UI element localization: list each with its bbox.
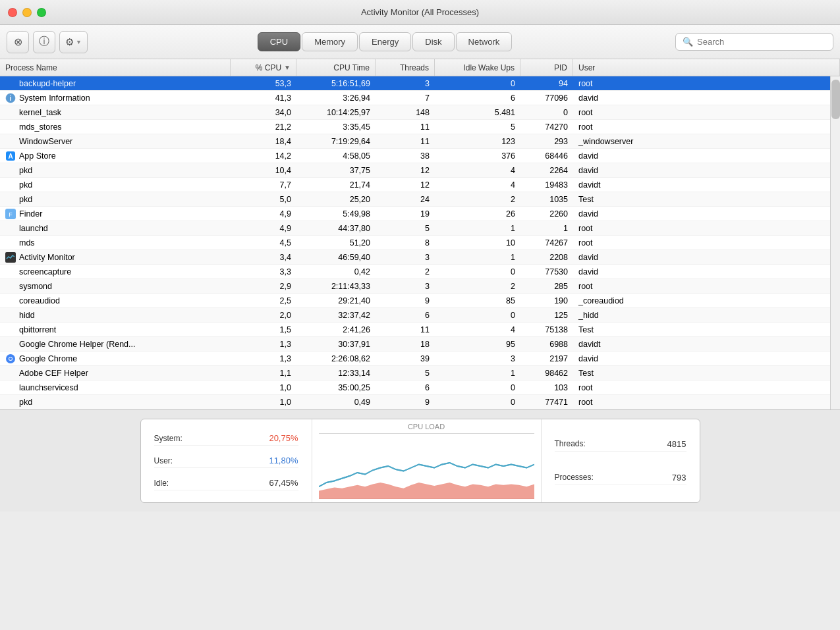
stat-row-threads: Threads: 4815 (555, 437, 686, 452)
col-header-threads[interactable]: Threads (376, 59, 435, 76)
table-row[interactable]: pkd 5,0 25,20 24 2 1035 Test (0, 192, 830, 207)
table-row[interactable]: kernel_task 34,0 10:14:25,97 148 5.481 0… (0, 105, 830, 120)
cell-cputime: 4:58,05 (296, 149, 376, 163)
cell-cpu: 4,9 (231, 207, 296, 221)
cell-threads: 24 (376, 192, 435, 206)
scrollbar-thumb[interactable] (831, 80, 840, 119)
cell-pid: 75138 (520, 323, 573, 336)
cell-process-name: pkd (0, 395, 231, 409)
toolbar-left: ⊗ ⓘ ⚙ ▼ (7, 31, 88, 53)
cell-cputime: 2:11:43,33 (296, 279, 376, 293)
cell-process-name: coreaudiod (0, 294, 231, 307)
cell-user: david (573, 149, 830, 163)
table-row[interactable]: Google Chrome 1,3 2:26:08,62 39 3 2197 d… (0, 352, 830, 366)
table-row[interactable]: A App Store 14,2 4:58,05 38 376 68446 da… (0, 149, 830, 163)
cpu-load-chart (319, 433, 534, 499)
table-row[interactable]: i System Information 41,3 3:26,94 7 6 77… (0, 91, 830, 105)
table-row[interactable]: pkd 10,4 37,75 12 4 2264 david (0, 163, 830, 178)
cell-pid: 74267 (520, 236, 573, 249)
table-row[interactable]: launchservicesd 1,0 35:00,25 6 0 103 roo… (0, 381, 830, 395)
tab-network[interactable]: Network (456, 32, 513, 51)
cell-process-name: hidd (0, 308, 231, 322)
cell-process-name: mds_stores (0, 120, 231, 134)
minimize-button[interactable] (22, 8, 32, 17)
gear-button[interactable]: ⚙ ▼ (59, 31, 88, 53)
info-button[interactable]: ⓘ (33, 31, 55, 53)
table-row[interactable]: mds_stores 21,2 3:35,45 11 5 74270 root (0, 120, 830, 134)
cell-pid: 6988 (520, 337, 573, 351)
table-row[interactable]: mds 4,5 51,20 8 10 74267 root (0, 236, 830, 250)
cell-threads: 11 (376, 120, 435, 134)
cell-threads: 3 (376, 76, 435, 90)
cell-user: root (573, 236, 830, 249)
tab-memory[interactable]: Memory (302, 32, 358, 51)
table-row[interactable]: hidd 2,0 32:37,42 6 0 125 _hidd (0, 308, 830, 323)
cell-user: root (573, 76, 830, 90)
cell-threads: 8 (376, 236, 435, 249)
table-row[interactable]: pkd 7,7 21,74 12 4 19483 davidt (0, 178, 830, 192)
cell-cpu: 21,2 (231, 120, 296, 134)
process-name: pkd (19, 398, 32, 407)
tab-group: CPU Memory Energy Disk Network (98, 32, 671, 51)
table-row[interactable]: pkd 1,0 0,49 9 0 77471 root (0, 395, 830, 409)
col-header-cputime[interactable]: CPU Time (296, 59, 376, 76)
tab-cpu[interactable]: CPU (258, 32, 300, 51)
cell-user: davidt (573, 337, 830, 351)
table-row[interactable]: backupd-helper 53,3 5:16:51,69 3 0 94 ro… (0, 76, 830, 91)
cell-cpu: 1,0 (231, 395, 296, 409)
cell-user: _coreaudiod (573, 294, 830, 307)
cell-process-name: F Finder (0, 207, 231, 221)
process-list[interactable]: backupd-helper 53,3 5:16:51,69 3 0 94 ro… (0, 76, 830, 409)
cell-cpu: 53,3 (231, 76, 296, 90)
col-header-user[interactable]: User (573, 59, 840, 76)
process-icon (5, 194, 16, 205)
cell-cpu: 1,5 (231, 323, 296, 336)
cell-user: davidt (573, 178, 830, 192)
table-row[interactable]: qbittorrent 1,5 2:41,26 11 4 75138 Test (0, 323, 830, 337)
maximize-button[interactable] (37, 8, 46, 17)
process-name: Finder (19, 209, 42, 219)
table-row[interactable]: WindowServer 18,4 7:19:29,64 11 123 293 … (0, 134, 830, 149)
sort-arrow-icon: ▼ (284, 64, 291, 71)
close-button[interactable] (8, 8, 17, 17)
col-header-cpu[interactable]: % CPU ▼ (231, 59, 296, 76)
col-header-process[interactable]: Process Name (0, 59, 231, 76)
tab-energy[interactable]: Energy (359, 32, 411, 51)
table-row[interactable]: Google Chrome Helper (Rend... 1,3 30:37,… (0, 337, 830, 352)
table-row[interactable]: Adobe CEF Helper 1,1 12:33,14 5 1 98462 … (0, 366, 830, 381)
system-label: System: (154, 434, 182, 443)
cell-cputime: 30:37,91 (296, 337, 376, 351)
cell-cputime: 46:59,40 (296, 250, 376, 264)
table-row[interactable]: Activity Monitor 3,4 46:59,40 3 1 2208 d… (0, 250, 830, 265)
process-icon (5, 78, 16, 89)
cell-cputime: 0,49 (296, 395, 376, 409)
cell-cputime: 2:26:08,62 (296, 352, 376, 365)
tab-disk[interactable]: Disk (412, 32, 454, 51)
scrollbar-track[interactable] (830, 76, 840, 409)
col-header-pid[interactable]: PID (520, 59, 573, 76)
cell-user: _windowserver (573, 134, 830, 148)
cell-cpu: 10,4 (231, 163, 296, 177)
close-process-button[interactable]: ⊗ (7, 31, 29, 53)
svg-text:F: F (9, 211, 13, 218)
col-header-idle[interactable]: Idle Wake Ups (435, 59, 520, 76)
table-row[interactable]: F Finder 4,9 5:49,98 19 26 2260 david (0, 207, 830, 221)
cell-threads: 6 (376, 308, 435, 322)
cell-threads: 12 (376, 163, 435, 177)
cell-pid: 293 (520, 134, 573, 148)
table-row[interactable]: screencapture 3,3 0,42 2 0 77530 david (0, 265, 830, 279)
process-list-wrap: backupd-helper 53,3 5:16:51,69 3 0 94 ro… (0, 76, 830, 409)
cell-process-name: A App Store (0, 149, 231, 163)
table-row[interactable]: sysmond 2,9 2:11:43,33 3 2 285 root (0, 279, 830, 294)
search-box: 🔍 (675, 33, 833, 51)
traffic-lights (8, 8, 46, 17)
cell-idle: 0 (435, 76, 520, 90)
stats-right: Threads: 4815 Processes: 793 (542, 419, 700, 502)
cell-process-name: qbittorrent (0, 323, 231, 336)
search-input[interactable] (697, 37, 826, 47)
table-row[interactable]: coreaudiod 2,5 29:21,40 9 85 190 _coreau… (0, 294, 830, 308)
user-label: User: (154, 456, 173, 465)
table-row[interactable]: launchd 4,9 44:37,80 5 1 1 root (0, 221, 830, 236)
cell-process-name: pkd (0, 178, 231, 192)
cell-pid: 68446 (520, 149, 573, 163)
